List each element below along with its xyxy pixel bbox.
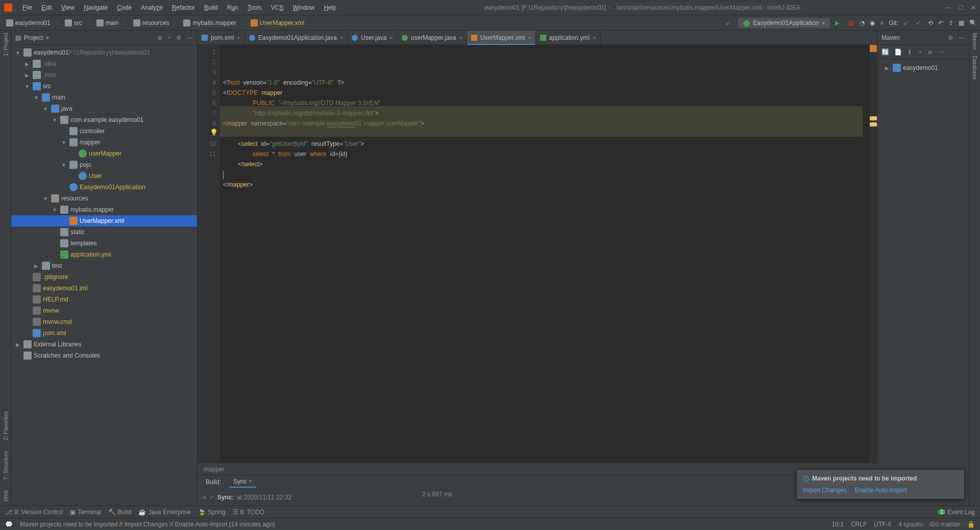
coverage-icon[interactable]: ◔ [860, 19, 865, 27]
editor-tab[interactable]: application.yml× [536, 31, 601, 44]
tree-item[interactable]: userMapper [11, 148, 197, 159]
menu-help[interactable]: Help [320, 2, 340, 13]
tree-item[interactable]: ▶External Libraries [11, 339, 197, 350]
close-tab-icon[interactable]: × [459, 35, 462, 41]
close-tab-icon[interactable]: × [237, 35, 240, 41]
menu-refactor[interactable]: Refactor [168, 2, 199, 13]
menu-vcs[interactable]: VCS [267, 2, 288, 13]
tree-item[interactable]: Easydemo01Application [11, 182, 197, 193]
tree-item[interactable]: ▼src [11, 81, 197, 92]
tool-structure[interactable]: 7: Structure [3, 451, 9, 480]
build-tab-sync[interactable]: Sync × [229, 476, 256, 488]
git-push-icon[interactable]: ⇪ [948, 19, 953, 27]
event-log[interactable]: 1 Event Log [938, 509, 975, 516]
locate-icon[interactable]: ⊕ [157, 34, 162, 41]
notif-enable-auto[interactable]: Enable Auto-Import [854, 487, 907, 494]
editor-crumb-bar[interactable]: mapper [198, 463, 877, 475]
profile-icon[interactable]: ◉ [870, 19, 875, 27]
expand-icon[interactable]: » [203, 494, 206, 501]
run-icon[interactable]: ▶ [835, 19, 842, 27]
caret-pos[interactable]: 10:1 [832, 521, 844, 528]
close-tab-icon[interactable]: × [389, 35, 393, 41]
bc-src[interactable]: src [62, 18, 85, 28]
tree-item[interactable]: ▶.idea [11, 58, 197, 69]
collapse-icon[interactable]: ÷ [167, 34, 171, 41]
tree-item[interactable]: ▼mapper [11, 137, 197, 148]
status-popup-icon[interactable]: 💬 [5, 521, 13, 528]
menu-analyze[interactable]: Analyze [137, 2, 167, 13]
editor-marker-strip[interactable] [870, 45, 877, 463]
git-history-icon[interactable]: ⟲ [928, 19, 933, 27]
tree-item[interactable]: ▼java [11, 103, 197, 114]
bc-main[interactable]: main [93, 18, 122, 28]
maven-add-icon[interactable]: ＋ [917, 47, 923, 56]
maven-download-icon[interactable]: ⬇ [907, 48, 912, 56]
tree-item[interactable]: User [11, 170, 197, 182]
maven-project-node[interactable]: ▶easydemo01 [880, 62, 966, 73]
maven-more-icon[interactable]: ⋯ [938, 48, 944, 56]
maven-reimport-icon[interactable]: 🔄 [881, 48, 889, 56]
minimize-icon[interactable]: — [945, 4, 951, 11]
tree-item[interactable]: controller [11, 125, 197, 137]
tree-item[interactable]: ▼easydemo01 F:\1Repository\jt\easydemo01 [11, 47, 197, 58]
tree-item[interactable]: mvnw.cmd [11, 316, 197, 327]
tree-item[interactable]: mvnw [11, 305, 197, 316]
git-update-icon[interactable]: ↙ [903, 19, 911, 27]
build-icon[interactable]: ↙ [726, 19, 733, 27]
inspection-warn-icon[interactable] [870, 45, 877, 52]
encoding[interactable]: UTF-8 [874, 521, 891, 528]
bc-resources[interactable]: resources [130, 18, 173, 28]
menu-code[interactable]: Code [113, 2, 136, 13]
tab-build[interactable]: 🔨 Build [108, 509, 132, 516]
menu-edit[interactable]: Edit [37, 2, 56, 13]
maven-settings-icon[interactable]: ⚙ [948, 34, 953, 41]
editor-tab[interactable]: User.java× [348, 31, 397, 44]
stop-icon[interactable]: ■ [880, 19, 884, 27]
search-everywhere-icon[interactable]: 🔍 [969, 19, 977, 27]
maven-generate-icon[interactable]: 📄 [894, 48, 902, 56]
editor-tab[interactable]: pom.xml× [198, 31, 245, 44]
tree-item[interactable]: ▼resources [11, 193, 197, 204]
editor-tab[interactable]: userMapper.java× [398, 31, 467, 44]
tree-item[interactable]: ▼pojo [11, 159, 197, 170]
maximize-icon[interactable]: ☐ [958, 4, 964, 11]
tree-item[interactable]: ▶test [11, 260, 197, 271]
tree-item[interactable]: ▼com.example.easydemo01 [11, 114, 197, 125]
hide-panel-icon[interactable]: — [187, 34, 193, 41]
project-tree[interactable]: ▼easydemo01 F:\1Repository\jt\easydemo01… [11, 45, 197, 506]
menu-file[interactable]: File [18, 2, 36, 13]
tool-favorites[interactable]: 2: Favorites [3, 411, 9, 440]
editor-tab[interactable]: Easydemo01Application.java× [245, 31, 348, 44]
tree-item[interactable]: ▶.mvn [11, 69, 197, 81]
tree-item[interactable]: HELP.md [11, 294, 197, 305]
tool-project[interactable]: 1: Project [3, 33, 9, 56]
tree-item[interactable]: UserMapper.xml [11, 215, 197, 226]
maven-run-icon[interactable]: ▶ [928, 48, 933, 56]
tree-item[interactable]: easydemo01.iml [11, 283, 197, 294]
menu-navigate[interactable]: Navigate [80, 2, 112, 13]
menu-window[interactable]: Window [288, 2, 318, 13]
close-tab-icon[interactable]: × [340, 35, 343, 41]
bc-mapper[interactable]: mybatis.mapper [180, 18, 239, 28]
git-revert-icon[interactable]: ↶ [938, 19, 943, 27]
editor-tab[interactable]: UserMapper.xml× [467, 31, 536, 44]
tab-vcs[interactable]: ⎇ 9: Version Control [5, 509, 63, 516]
tab-todo[interactable]: ☰ 6: TODO [233, 509, 265, 516]
marker-highlight[interactable] [870, 122, 877, 127]
tool-maven[interactable]: Maven [972, 33, 978, 49]
line-sep[interactable]: CRLF [851, 521, 867, 528]
tab-spring[interactable]: 🍃 Spring [198, 509, 226, 516]
tree-item[interactable]: static [11, 226, 197, 238]
tool-web[interactable]: Web [3, 490, 9, 501]
tab-terminal[interactable]: ▣ Terminal [70, 509, 101, 516]
tool-database[interactable]: Database [972, 56, 978, 80]
tree-item[interactable]: Scratches and Consoles [11, 350, 197, 361]
tree-item[interactable]: .gitignore [11, 271, 197, 283]
git-commit-icon[interactable]: ✓ [916, 19, 923, 27]
tree-item[interactable]: ▼mybatis.mapper [11, 204, 197, 215]
tree-item[interactable]: templates [11, 238, 197, 249]
notif-import-changes[interactable]: Import Changes [803, 487, 846, 494]
settings-icon[interactable]: ⚙ [176, 34, 182, 41]
menu-view[interactable]: View [57, 2, 79, 13]
code-editor[interactable]: 💡 <?xml version="1.0" encoding="UTF-8" ?… [220, 45, 870, 463]
